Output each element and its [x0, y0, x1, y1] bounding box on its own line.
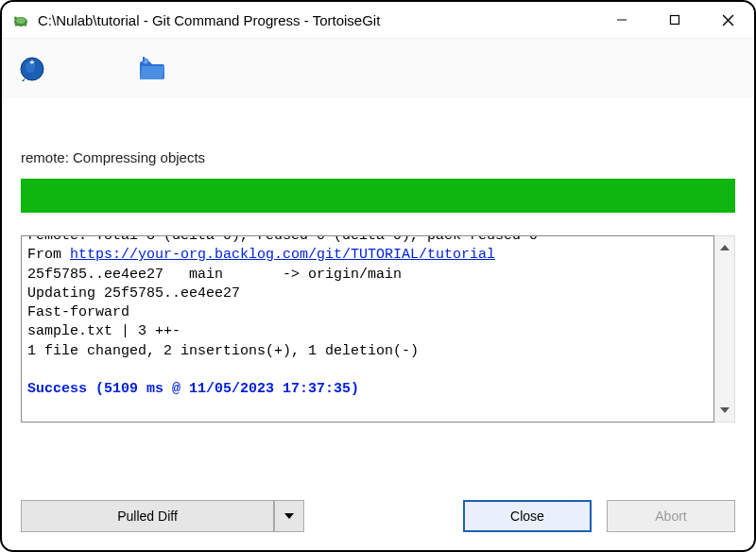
- status-label: remote: Compressing objects: [21, 149, 735, 165]
- window-title: C:\Nulab\tutorial - Git Command Progress…: [38, 12, 595, 28]
- svg-point-2: [14, 16, 17, 19]
- svg-point-4: [15, 24, 17, 26]
- titlebar: C:\Nulab\tutorial - Git Command Progress…: [2, 2, 754, 38]
- status-area: remote: Compressing objects: [21, 149, 735, 213]
- scroll-up-icon[interactable]: [714, 238, 734, 257]
- maximize-button[interactable]: [648, 2, 701, 38]
- log-line: Fast-forward: [27, 304, 129, 320]
- svg-rect-14: [143, 57, 145, 61]
- scroll-down-icon[interactable]: [714, 401, 734, 420]
- log-line: From https://your-org.backlog.com/git/TU…: [27, 247, 495, 263]
- pulled-diff-button[interactable]: Pulled Diff: [21, 500, 274, 532]
- svg-point-1: [16, 18, 26, 24]
- folder-icon[interactable]: [136, 52, 170, 86]
- svg-marker-15: [720, 245, 730, 250]
- minimize-button[interactable]: [595, 2, 648, 38]
- progress-dialog: C:\Nulab\tutorial - Git Command Progress…: [0, 0, 756, 552]
- content-area: remote: Compressing objects remote: Tota…: [2, 98, 754, 482]
- window-controls: [595, 2, 754, 38]
- button-row: Pulled Diff Close Abort: [2, 482, 754, 550]
- close-button[interactable]: Close: [463, 500, 592, 532]
- log-output-wrap: remote: Total 3 (delta 0), reused 0 (del…: [21, 235, 735, 423]
- log-line: 25f5785..ee4ee27 main -> origin/main: [27, 267, 402, 283]
- progress-bar: [21, 179, 735, 213]
- log-line: Updating 25f5785..ee4ee27: [27, 285, 240, 302]
- svg-rect-6: [671, 16, 679, 25]
- pulled-diff-dropdown[interactable]: [274, 500, 304, 532]
- scrollbar[interactable]: [714, 235, 735, 423]
- svg-marker-16: [720, 407, 730, 413]
- log-line: sample.txt | 3 ++-: [27, 323, 180, 339]
- abort-button: Abort: [607, 500, 735, 532]
- log-output[interactable]: remote: Total 3 (delta 0), reused 0 (del…: [21, 235, 714, 423]
- toolbar: [2, 38, 754, 98]
- log-line: 1 file changed, 2 insertions(+), 1 delet…: [27, 343, 419, 359]
- globe-icon[interactable]: [15, 52, 49, 86]
- log-success-line: Success (5109 ms @ 11/05/2023 17:37:35): [27, 381, 359, 397]
- log-line: remote: Total 3 (delta 0), reused 0 (del…: [27, 235, 708, 246]
- svg-point-3: [25, 24, 26, 26]
- tortoisegit-icon: [11, 10, 30, 29]
- close-window-button[interactable]: [701, 2, 754, 38]
- pulled-diff-split-button: Pulled Diff: [21, 500, 304, 532]
- svg-marker-17: [284, 513, 294, 519]
- repo-url-link[interactable]: https://your-org.backlog.com/git/TUTORIA…: [70, 247, 495, 263]
